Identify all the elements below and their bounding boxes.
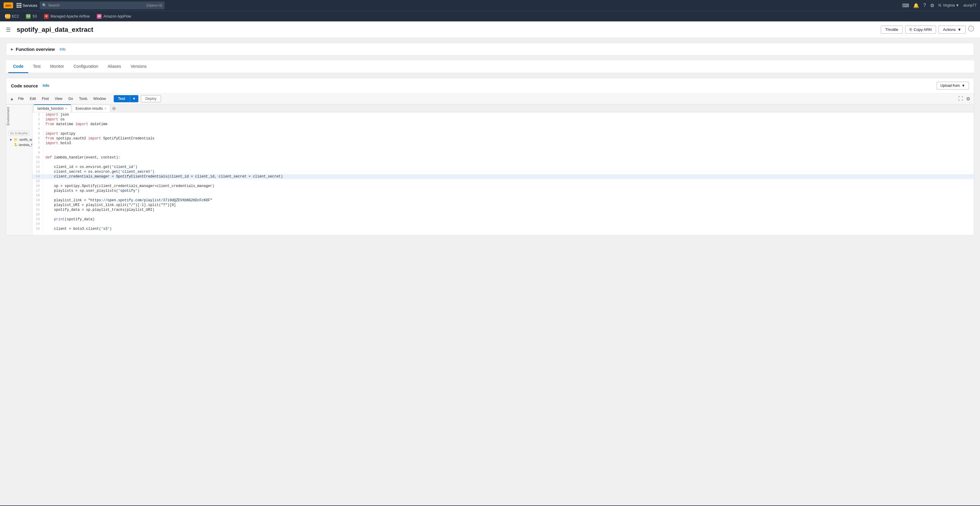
- region-arrow: ▼: [956, 3, 959, 8]
- ide-file-menu[interactable]: File: [16, 96, 25, 101]
- file-tree: ▼ 📁 spotify_api_da... ⚙ 🐍 lambda_functio…: [6, 128, 32, 235]
- ide-search-input[interactable]: [9, 131, 30, 136]
- actions-button[interactable]: Actions ▼: [939, 26, 966, 34]
- user-menu[interactable]: arunp77: [963, 3, 977, 8]
- s3-icon: S3: [26, 14, 30, 19]
- code-line-highlighted: 14 client_credentials_manager = SpotifyC…: [32, 174, 974, 179]
- ide-tab-lambda[interactable]: lambda_function ×: [33, 104, 71, 112]
- main-content: ▶ Function overview Info Code Test Monit…: [0, 38, 980, 505]
- service-tab-ec2[interactable]: EC2 EC2: [2, 12, 22, 21]
- code-line: 5 import spotipy: [32, 131, 974, 136]
- hamburger-menu[interactable]: ☰: [6, 26, 11, 33]
- code-editor[interactable]: 1 import json 2 import os 3 from datetim…: [32, 112, 974, 235]
- code-source-header: Code source Info Upload from ▼: [6, 78, 974, 93]
- tab-configuration[interactable]: Configuration: [68, 61, 103, 73]
- ide-collapse-btn[interactable]: ▲: [10, 96, 14, 101]
- page-info-icon[interactable]: i: [968, 26, 974, 32]
- ide-tab-execution-close[interactable]: ×: [105, 107, 106, 110]
- header-actions: Throttle ⎘ Copy ARN Actions ▼ i: [881, 26, 974, 34]
- ide-search-container: [8, 129, 30, 137]
- ide-right-icons: ⛶ ⚙: [958, 96, 970, 102]
- ide-view-menu[interactable]: View: [53, 96, 64, 101]
- terminal-icon[interactable]: ⌨: [902, 3, 909, 8]
- code-line: 10 def lambda_handler(event, context):: [32, 155, 974, 160]
- services-button[interactable]: Services: [17, 3, 37, 8]
- ide-settings-icon[interactable]: ⚙: [966, 96, 970, 102]
- function-overview-info-link[interactable]: Info: [60, 47, 66, 51]
- page-title: spotify_api_data_extract: [17, 26, 877, 34]
- search-shortcut: [Option+S]: [147, 3, 162, 7]
- help-icon[interactable]: ?: [923, 3, 926, 8]
- deploy-button[interactable]: Deploy: [141, 95, 161, 102]
- ide-editor: lambda_function × Execution results × ⊕ …: [32, 104, 974, 235]
- code-line: 1 import json: [32, 112, 974, 117]
- tab-aliases[interactable]: Aliases: [103, 61, 126, 73]
- function-overview-header[interactable]: ▶ Function overview Info: [6, 43, 974, 55]
- ide-window-menu[interactable]: Window: [91, 96, 108, 101]
- ide-tab-add-button[interactable]: ⊕: [112, 105, 116, 111]
- airflow-icon: ✈: [44, 14, 49, 19]
- test-arrow-button[interactable]: ▼: [130, 95, 139, 102]
- code-line: 9: [32, 150, 974, 155]
- service-tab-appflow[interactable]: ⇄ Amazon AppFlow: [94, 12, 134, 21]
- ide-find-menu[interactable]: Find: [40, 96, 51, 101]
- ide-body: Environment ▼ 📁 spotify_api_da... ⚙: [6, 104, 974, 235]
- copy-arn-label: Copy ARN: [914, 27, 932, 32]
- aws-logo: aws: [3, 2, 13, 8]
- code-line: 13 client_secret = os.environ.get('clien…: [32, 169, 974, 174]
- folder-item[interactable]: ▼ 📁 spotify_api_da... ⚙: [8, 137, 30, 142]
- service-tab-airflow[interactable]: ✈ Managed Apache Airflow: [41, 12, 93, 21]
- python-file-icon: 🐍: [14, 143, 18, 146]
- ide-go-menu[interactable]: Go: [67, 96, 75, 101]
- file-item-lambda[interactable]: 🐍 lambda_function.py: [8, 142, 30, 147]
- ide-edit-menu[interactable]: Edit: [28, 96, 38, 101]
- tab-versions[interactable]: Versions: [126, 61, 151, 73]
- ide-tab-execution[interactable]: Execution results ×: [72, 105, 110, 112]
- tab-code[interactable]: Code: [8, 61, 28, 73]
- code-line: 6 from spotipy.oauth2 import SpotifyClie…: [32, 136, 974, 141]
- ide-fullscreen-icon[interactable]: ⛶: [958, 96, 963, 101]
- code-line: 24: [32, 222, 974, 227]
- code-source-title: Code source Info: [11, 83, 49, 88]
- code-source-info-link[interactable]: Info: [43, 83, 49, 88]
- throttle-button[interactable]: Throttle: [881, 26, 903, 34]
- search-bar[interactable]: 🔍 [Option+S]: [40, 2, 164, 9]
- test-button-group: Test ▼: [114, 95, 139, 102]
- ide-sidebar: Environment ▼ 📁 spotify_api_da... ⚙: [6, 104, 32, 235]
- code-line: 16 sp = spotipy.Spotify(client_credentia…: [32, 184, 974, 188]
- tab-monitor[interactable]: Monitor: [45, 61, 69, 73]
- service-tabs-bar: EC2 EC2 S3 S3 ✈ Managed Apache Airflow ⇄…: [0, 11, 980, 21]
- region-label: N. Virginia: [939, 3, 955, 8]
- code-line: 8: [32, 146, 974, 150]
- ec2-label: EC2: [12, 14, 19, 18]
- function-overview-title: Function overview: [16, 47, 55, 52]
- ide-tools-menu[interactable]: Tools: [77, 96, 89, 101]
- main-tabs-bar: Code Test Monitor Configuration Aliases …: [6, 61, 974, 73]
- folder-icon: 📁: [14, 138, 18, 142]
- upload-from-button[interactable]: Upload from ▼: [937, 82, 969, 89]
- search-input[interactable]: [48, 3, 145, 8]
- function-overview-card: ▶ Function overview Info: [6, 43, 974, 56]
- ide-toolbar: ▲ File Edit Find View Go Tools Window Te…: [6, 93, 974, 104]
- upload-from-label: Upload from: [940, 83, 960, 88]
- code-line: 7 import boto3: [32, 141, 974, 146]
- service-tab-s3[interactable]: S3 S3: [23, 12, 40, 21]
- search-icon: 🔍: [42, 3, 47, 8]
- airflow-label: Managed Apache Airflow: [51, 14, 90, 18]
- copy-arn-button[interactable]: ⎘ Copy ARN: [905, 26, 936, 34]
- code-line: 21 spotify_data = sp.playlist_tracks(pla…: [32, 208, 974, 212]
- settings-icon[interactable]: ⚙: [930, 3, 934, 8]
- bell-icon[interactable]: 🔔: [913, 3, 919, 8]
- services-label: Services: [22, 3, 37, 8]
- tab-test[interactable]: Test: [28, 61, 45, 73]
- region-selector[interactable]: N. Virginia ▼: [939, 3, 959, 8]
- code-line: 4: [32, 127, 974, 131]
- expand-triangle-icon: ▶: [11, 48, 13, 51]
- appflow-icon: ⇄: [97, 14, 102, 19]
- nav-icons: ⌨ 🔔 ? ⚙ N. Virginia ▼ arunp77: [902, 3, 977, 8]
- code-line: 20 playlist_URI = playlist_link.split("/…: [32, 203, 974, 208]
- test-main-button[interactable]: Test: [114, 95, 130, 102]
- file-name: lambda_function.py: [19, 143, 32, 147]
- code-line: 22: [32, 212, 974, 217]
- ide-tab-lambda-close[interactable]: ×: [65, 107, 67, 110]
